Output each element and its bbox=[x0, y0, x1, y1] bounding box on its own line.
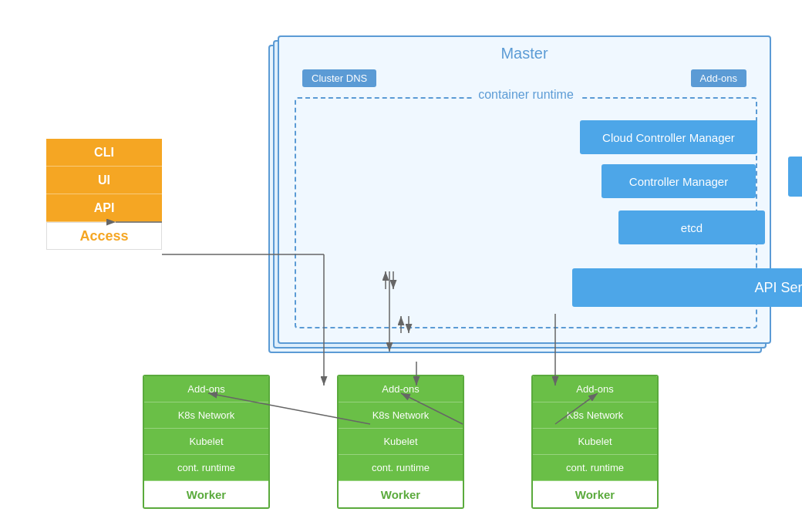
worker-right-runtime: cont. runtime bbox=[533, 455, 657, 481]
worker-center-runtime: cont. runtime bbox=[339, 455, 463, 481]
worker-center-kubelet: Kubelet bbox=[339, 429, 463, 455]
worker-left-kubelet: Kubelet bbox=[144, 429, 268, 455]
worker-center-addons: Add-ons bbox=[339, 376, 463, 402]
access-cli: CLI bbox=[46, 139, 162, 167]
worker-right-network: K8s Network bbox=[533, 402, 657, 429]
worker-left-runtime: cont. runtime bbox=[144, 455, 268, 481]
etcd-box: etcd bbox=[618, 210, 765, 244]
cluster-dns-badge: Cluster DNS bbox=[302, 69, 376, 87]
access-ui: UI bbox=[46, 167, 162, 194]
container-runtime-label: container runtime bbox=[472, 88, 580, 102]
worker-node-left: Add-ons K8s Network Kubelet cont. runtim… bbox=[143, 375, 270, 509]
addons-badge: Add-ons bbox=[691, 69, 746, 87]
cloud-controller-box: Cloud Controller Manager bbox=[580, 120, 757, 154]
master-label: Master bbox=[500, 45, 548, 62]
worker-node-center: Add-ons K8s Network Kubelet cont. runtim… bbox=[337, 375, 464, 509]
worker-right-kubelet: Kubelet bbox=[533, 429, 657, 455]
worker-right-label: Worker bbox=[533, 481, 657, 507]
worker-right-addons: Add-ons bbox=[533, 376, 657, 402]
diagram-container: Master Cluster DNS Add-ons container run… bbox=[0, 0, 802, 532]
worker-left-network: K8s Network bbox=[144, 402, 268, 429]
master-main-card: Master Cluster DNS Add-ons container run… bbox=[278, 35, 771, 344]
worker-node-right: Add-ons K8s Network Kubelet cont. runtim… bbox=[531, 375, 659, 509]
worker-left-label: Worker bbox=[144, 481, 268, 507]
access-label: Access bbox=[46, 222, 162, 250]
access-panel: CLI UI API Access bbox=[46, 139, 162, 250]
access-api: API bbox=[46, 194, 162, 222]
worker-center-network: K8s Network bbox=[339, 402, 463, 429]
controller-manager-box: Controller Manager bbox=[602, 164, 756, 198]
worker-center-label: Worker bbox=[339, 481, 463, 507]
worker-left-addons: Add-ons bbox=[144, 376, 268, 402]
api-server-box: API Server bbox=[572, 268, 802, 307]
scheduler-box: Scheduler bbox=[788, 157, 802, 197]
